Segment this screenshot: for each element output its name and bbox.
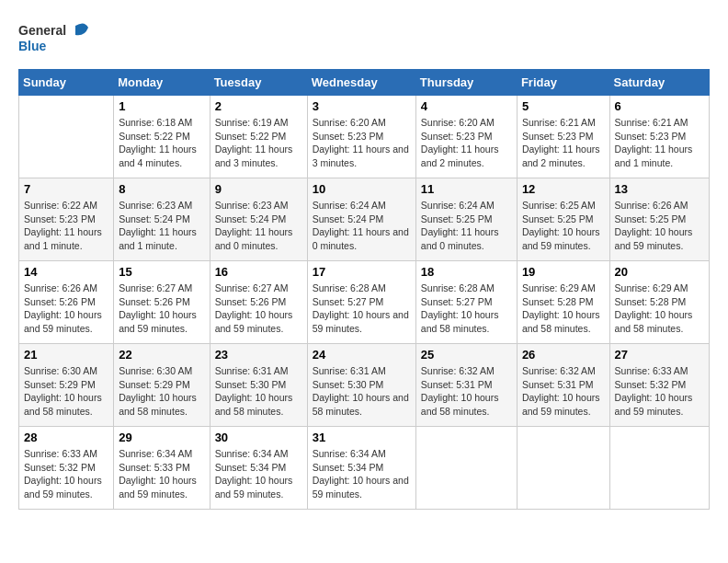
sunset-text: Sunset: 5:25 PM — [615, 213, 687, 224]
day-number: 22 — [119, 348, 204, 362]
sunset-text: Sunset: 5:34 PM — [313, 462, 384, 473]
day-info: Sunrise: 6:24 AMSunset: 5:24 PMDaylight:… — [313, 199, 411, 253]
daylight-text: Daylight: 11 hours and 2 minutes. — [522, 144, 600, 168]
sunset-text: Sunset: 5:29 PM — [24, 379, 96, 390]
sunrise-text: Sunrise: 6:21 AM — [522, 117, 596, 128]
column-header-monday: Monday — [114, 70, 210, 96]
sunrise-text: Sunrise: 6:29 AM — [522, 282, 596, 293]
day-info: Sunrise: 6:32 AMSunset: 5:31 PMDaylight:… — [522, 364, 605, 419]
sunrise-text: Sunrise: 6:30 AM — [119, 365, 192, 376]
calendar-cell: 20Sunrise: 6:29 AMSunset: 5:28 PMDayligh… — [609, 261, 709, 344]
day-number: 31 — [313, 431, 411, 444]
column-header-saturday: Saturday — [609, 70, 709, 96]
daylight-text: Daylight: 10 hours and 59 minutes. — [522, 226, 600, 251]
daylight-text: Daylight: 10 hours and 59 minutes. — [615, 392, 693, 417]
day-info: Sunrise: 6:20 AMSunset: 5:23 PMDaylight:… — [313, 116, 411, 170]
sunrise-text: Sunrise: 6:30 AM — [24, 365, 97, 376]
day-number: 3 — [313, 99, 411, 113]
daylight-text: Daylight: 11 hours and 3 minutes. — [215, 144, 293, 168]
calendar-cell: 10Sunrise: 6:24 AMSunset: 5:24 PMDayligh… — [307, 178, 415, 261]
daylight-text: Daylight: 10 hours and 59 minutes. — [313, 475, 409, 500]
daylight-text: Daylight: 10 hours and 58 minutes. — [119, 392, 197, 417]
sunrise-text: Sunrise: 6:28 AM — [313, 282, 386, 293]
day-number: 19 — [522, 265, 605, 279]
day-number: 1 — [119, 99, 204, 113]
day-info: Sunrise: 6:24 AMSunset: 5:25 PMDaylight:… — [421, 199, 512, 253]
daylight-text: Daylight: 10 hours and 59 minutes. — [215, 475, 293, 500]
sunrise-text: Sunrise: 6:32 AM — [421, 365, 495, 376]
day-number: 10 — [313, 182, 411, 196]
sunrise-text: Sunrise: 6:33 AM — [615, 365, 688, 376]
sunset-text: Sunset: 5:31 PM — [421, 379, 493, 390]
sunset-text: Sunset: 5:29 PM — [119, 379, 190, 390]
sunset-text: Sunset: 5:26 PM — [24, 296, 96, 307]
calendar-cell: 1Sunrise: 6:18 AMSunset: 5:22 PMDaylight… — [114, 96, 210, 178]
calendar-cell — [19, 96, 114, 178]
day-number: 2 — [215, 99, 302, 113]
sunset-text: Sunset: 5:23 PM — [615, 131, 687, 142]
sunset-text: Sunset: 5:25 PM — [522, 213, 594, 224]
sunset-text: Sunset: 5:24 PM — [119, 213, 190, 224]
day-number: 27 — [615, 348, 704, 362]
sunrise-text: Sunrise: 6:27 AM — [215, 282, 289, 293]
calendar-cell — [609, 427, 709, 510]
calendar-cell: 23Sunrise: 6:31 AMSunset: 5:30 PMDayligh… — [210, 344, 307, 427]
daylight-text: Daylight: 10 hours and 58 minutes. — [24, 392, 102, 417]
sunset-text: Sunset: 5:31 PM — [522, 379, 594, 390]
sunrise-text: Sunrise: 6:34 AM — [119, 448, 192, 459]
sunrise-text: Sunrise: 6:34 AM — [215, 448, 289, 459]
sunset-text: Sunset: 5:23 PM — [522, 131, 594, 142]
day-number: 8 — [119, 182, 204, 196]
day-number: 25 — [421, 348, 512, 362]
sunrise-text: Sunrise: 6:18 AM — [119, 117, 192, 128]
sunset-text: Sunset: 5:23 PM — [421, 131, 493, 142]
sunset-text: Sunset: 5:30 PM — [313, 379, 384, 390]
sunset-text: Sunset: 5:30 PM — [215, 379, 287, 390]
day-number: 28 — [24, 431, 108, 444]
sunrise-text: Sunrise: 6:34 AM — [313, 448, 386, 459]
column-header-thursday: Thursday — [415, 70, 517, 96]
day-number: 21 — [24, 348, 108, 362]
calendar-cell: 6Sunrise: 6:21 AMSunset: 5:23 PMDaylight… — [609, 96, 709, 178]
calendar-cell: 21Sunrise: 6:30 AMSunset: 5:29 PMDayligh… — [19, 344, 114, 427]
daylight-text: Daylight: 10 hours and 59 minutes. — [615, 226, 693, 251]
sunset-text: Sunset: 5:23 PM — [313, 131, 384, 142]
daylight-text: Daylight: 10 hours and 58 minutes. — [522, 309, 600, 334]
day-number: 20 — [615, 265, 704, 279]
logo: General Blue — [18, 18, 92, 60]
column-header-friday: Friday — [517, 70, 609, 96]
calendar-cell: 29Sunrise: 6:34 AMSunset: 5:33 PMDayligh… — [114, 427, 210, 510]
day-info: Sunrise: 6:20 AMSunset: 5:23 PMDaylight:… — [421, 116, 512, 170]
daylight-text: Daylight: 10 hours and 58 minutes. — [421, 392, 499, 417]
day-number: 29 — [119, 431, 204, 444]
calendar-cell: 8Sunrise: 6:23 AMSunset: 5:24 PMDaylight… — [114, 178, 210, 261]
calendar-cell: 17Sunrise: 6:28 AMSunset: 5:27 PMDayligh… — [307, 261, 415, 344]
sunrise-text: Sunrise: 6:25 AM — [522, 200, 596, 211]
sunrise-text: Sunrise: 6:23 AM — [119, 200, 192, 211]
calendar-cell: 25Sunrise: 6:32 AMSunset: 5:31 PMDayligh… — [415, 344, 517, 427]
sunset-text: Sunset: 5:25 PM — [421, 213, 493, 224]
day-info: Sunrise: 6:18 AMSunset: 5:22 PMDaylight:… — [119, 116, 204, 170]
day-number: 7 — [24, 182, 108, 196]
sunrise-text: Sunrise: 6:28 AM — [421, 282, 495, 293]
day-info: Sunrise: 6:31 AMSunset: 5:30 PMDaylight:… — [313, 364, 411, 419]
calendar-week-row: 28Sunrise: 6:33 AMSunset: 5:32 PMDayligh… — [19, 427, 710, 510]
daylight-text: Daylight: 10 hours and 58 minutes. — [313, 392, 409, 417]
daylight-text: Daylight: 11 hours and 3 minutes. — [313, 144, 409, 168]
day-number: 16 — [215, 265, 302, 279]
day-info: Sunrise: 6:19 AMSunset: 5:22 PMDaylight:… — [215, 116, 302, 170]
calendar-cell: 22Sunrise: 6:30 AMSunset: 5:29 PMDayligh… — [114, 344, 210, 427]
calendar-cell: 16Sunrise: 6:27 AMSunset: 5:26 PMDayligh… — [210, 261, 307, 344]
sunrise-text: Sunrise: 6:24 AM — [421, 200, 495, 211]
calendar-cell — [517, 427, 609, 510]
day-number: 5 — [522, 99, 605, 113]
calendar-cell: 26Sunrise: 6:32 AMSunset: 5:31 PMDayligh… — [517, 344, 609, 427]
daylight-text: Daylight: 10 hours and 59 minutes. — [522, 392, 600, 417]
day-number: 6 — [615, 99, 704, 113]
day-number: 18 — [421, 265, 512, 279]
day-info: Sunrise: 6:21 AMSunset: 5:23 PMDaylight:… — [615, 116, 704, 170]
day-info: Sunrise: 6:23 AMSunset: 5:24 PMDaylight:… — [119, 199, 204, 253]
daylight-text: Daylight: 10 hours and 58 minutes. — [215, 392, 293, 417]
svg-text:Blue: Blue — [18, 39, 47, 53]
calendar-cell: 12Sunrise: 6:25 AMSunset: 5:25 PMDayligh… — [517, 178, 609, 261]
